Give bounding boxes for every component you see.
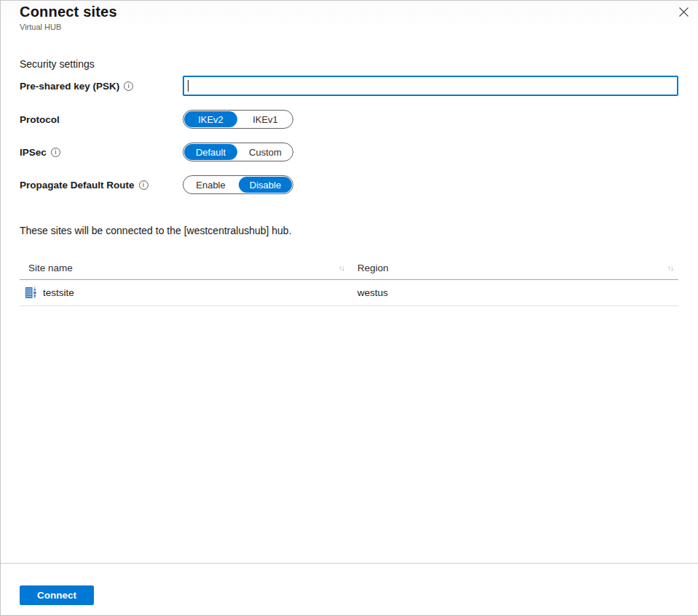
ipsec-toggle: Default Custom xyxy=(183,143,293,161)
region-value: westus xyxy=(357,287,388,298)
protocol-option-ikev1[interactable]: IKEv1 xyxy=(239,111,292,127)
column-header-site-name-label: Site name xyxy=(28,263,73,273)
psk-label-text: Pre-shared key (PSK) xyxy=(20,81,119,92)
connect-button[interactable]: Connect xyxy=(20,585,94,605)
sort-icon[interactable]: ↑↓ xyxy=(667,264,673,272)
ipsec-label: IPSec i xyxy=(20,147,183,158)
ipsec-option-default[interactable]: Default xyxy=(184,144,237,160)
ipsec-label-text: IPSec xyxy=(20,147,47,158)
sites-note: These sites will be connected to the [we… xyxy=(20,225,678,236)
close-icon xyxy=(678,7,689,17)
info-icon[interactable]: i xyxy=(124,81,133,91)
table-header-row: Site name ↑↓ Region ↑↓ xyxy=(20,256,678,280)
protocol-option-ikev2[interactable]: IKEv2 xyxy=(184,111,237,127)
propagate-route-row: Propagate Default Route i Enable Disable xyxy=(20,175,678,194)
propagate-option-disable[interactable]: Disable xyxy=(239,177,292,193)
protocol-toggle: IKEv2 IKEv1 xyxy=(183,110,293,129)
propagate-route-toggle: Enable Disable xyxy=(183,175,293,194)
panel-footer: Connect xyxy=(1,563,698,615)
propagate-option-enable[interactable]: Enable xyxy=(184,177,237,193)
column-header-site-name[interactable]: Site name ↑↓ xyxy=(20,263,357,273)
protocol-row: Protocol IKEv2 IKEv1 xyxy=(20,110,678,129)
close-button[interactable] xyxy=(675,4,692,21)
page-title: Connect sites xyxy=(20,4,698,20)
protocol-label-text: Protocol xyxy=(20,114,60,125)
psk-row: Pre-shared key (PSK) i xyxy=(20,76,678,96)
propagate-route-label-text: Propagate Default Route xyxy=(20,180,135,191)
column-header-region-label: Region xyxy=(357,263,389,273)
site-name-value: testsite xyxy=(43,287,74,298)
section-title-security-settings: Security settings xyxy=(20,58,678,70)
ipsec-option-custom[interactable]: Custom xyxy=(239,144,292,160)
connect-sites-panel: Connect sites Virtual HUB Security setti… xyxy=(0,0,698,616)
page-subtitle: Virtual HUB xyxy=(20,23,698,31)
text-caret xyxy=(188,80,189,92)
column-header-region[interactable]: Region ↑↓ xyxy=(357,263,678,273)
protocol-label: Protocol xyxy=(20,114,183,125)
propagate-route-label: Propagate Default Route i xyxy=(20,180,183,191)
region-cell: westus xyxy=(357,287,678,298)
panel-content: Security settings Pre-shared key (PSK) i… xyxy=(1,58,698,306)
panel-header: Connect sites Virtual HUB xyxy=(1,1,698,31)
psk-label: Pre-shared key (PSK) i xyxy=(20,81,183,92)
info-icon[interactable]: i xyxy=(139,180,148,190)
site-name-cell: testsite xyxy=(20,287,357,299)
info-icon[interactable]: i xyxy=(51,148,60,157)
ipsec-row: IPSec i Default Custom xyxy=(20,143,678,161)
sort-icon[interactable]: ↑↓ xyxy=(338,264,344,272)
table-row[interactable]: testsite westus xyxy=(20,280,678,306)
psk-input[interactable] xyxy=(183,76,678,96)
sites-table: Site name ↑↓ Region ↑↓ xyxy=(20,256,678,306)
vpn-site-icon xyxy=(25,287,37,299)
